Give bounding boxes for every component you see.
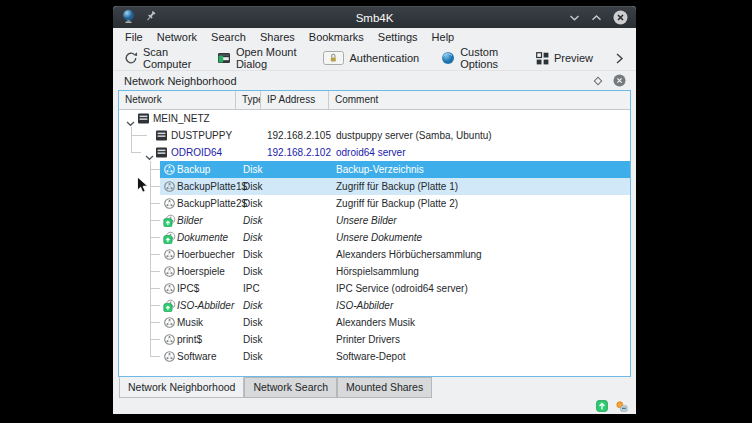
item-label: Dokumente — [177, 229, 228, 246]
cell-network: Bilder — [119, 212, 236, 229]
table-row-dokumente[interactable]: DokumenteDiskUnsere Dokumente — [119, 229, 630, 246]
toolbar-button-custom-options[interactable]: Custom Options — [441, 46, 514, 70]
cell-type: Disk — [236, 348, 261, 365]
cell-ip: 192.168.2.102 — [261, 144, 329, 161]
tree-line — [131, 135, 147, 136]
close-button[interactable] — [613, 10, 628, 25]
cell-comment: Unsere Dokumente — [329, 229, 630, 246]
tab-network-search[interactable]: Network Search — [244, 377, 337, 398]
tree-rows: MEIN_NETZDUSTPUPPY192.168.2.105dustpuppy… — [119, 110, 630, 365]
minimize-button[interactable] — [569, 14, 580, 22]
item-label: DUSTPUPPY — [171, 127, 232, 144]
table-row-ipcs[interactable]: IPC$IPCIPC Service (odroid64 server) — [119, 280, 630, 297]
mount-dialog-icon — [217, 51, 231, 65]
menu-item-bookmarks[interactable]: Bookmarks — [302, 31, 371, 43]
cell-type — [236, 110, 261, 127]
share-mounted-icon — [163, 214, 176, 227]
tab-mounted-shares[interactable]: Mounted Shares — [337, 377, 432, 398]
cell-ip — [261, 212, 329, 229]
share-icon — [163, 282, 176, 295]
table-row-backupplatte1s[interactable]: BackupPlatte1$DiskZugriff für Backup (Pl… — [119, 178, 630, 195]
toolbar-button-open-mount-dialog[interactable]: Open Mount Dialog — [217, 46, 302, 70]
smb4k-window: Smb4K FileNetworkSearchSharesBookmarksSe… — [113, 6, 636, 414]
dock-float-button[interactable] — [592, 75, 604, 87]
tree-line — [150, 203, 160, 204]
cell-type: Disk — [236, 263, 261, 280]
cell-type: Disk — [236, 314, 261, 331]
menu-item-help[interactable]: Help — [425, 31, 462, 43]
cell-comment: Alexanders Hörbüchersammlung — [329, 246, 630, 263]
cell-comment: Hörspielsammlung — [329, 263, 630, 280]
cell-network: ODROID64 — [119, 144, 236, 161]
smb4k-app-icon — [121, 9, 136, 26]
cell-network: Software — [119, 348, 236, 365]
table-row-backupplatte2s[interactable]: BackupPlatte2$DiskZugriff für Backup (Pl… — [119, 195, 630, 212]
cell-ip — [261, 178, 329, 195]
cell-comment: Zugriff für Backup (Platte 1) — [329, 178, 630, 195]
cell-type: IPC — [236, 280, 261, 297]
table-row-prints[interactable]: print$DiskPrinter Drivers — [119, 331, 630, 348]
toolbar-button-scan-computer[interactable]: Scan Computer — [124, 46, 195, 70]
custom-options-icon — [441, 51, 455, 65]
toolbar-overflow-icon[interactable] — [615, 52, 624, 65]
menubar: FileNetworkSearchSharesBookmarksSettings… — [113, 28, 636, 46]
refresh-icon — [124, 51, 138, 65]
share-icon — [163, 180, 176, 193]
item-label: Backup — [177, 161, 210, 178]
table-row-hoerbuecher[interactable]: HoerbuecherDiskAlexanders Hörbüchersamml… — [119, 246, 630, 263]
authentication-indicator-icon — [615, 400, 628, 413]
cell-network: Dokumente — [119, 229, 236, 246]
menu-item-file[interactable]: File — [118, 31, 150, 43]
cell-ip — [261, 348, 329, 365]
tree-line — [150, 254, 160, 255]
toolbar-button-label: Preview — [554, 52, 593, 64]
cell-type: Disk — [236, 212, 261, 229]
maximize-button[interactable] — [591, 14, 602, 22]
cell-type: Disk — [236, 161, 261, 178]
menu-item-shares[interactable]: Shares — [253, 31, 302, 43]
titlebar[interactable]: Smb4K — [113, 6, 636, 28]
table-row-musik[interactable]: MusikDiskAlexanders Musik — [119, 314, 630, 331]
workgroup-icon — [137, 112, 150, 125]
dock-close-button[interactable] — [613, 74, 626, 87]
item-label: MEIN_NETZ — [153, 110, 210, 127]
item-label: ISO-Abbilder — [177, 297, 234, 314]
server-icon — [155, 129, 168, 142]
cell-network: MEIN_NETZ — [119, 110, 236, 127]
menu-item-settings[interactable]: Settings — [371, 31, 425, 43]
cell-ip — [261, 229, 329, 246]
menu-item-network[interactable]: Network — [150, 31, 204, 43]
tree-line — [150, 288, 160, 289]
cell-network: Hoerspiele — [119, 263, 236, 280]
cell-network: IPC$ — [119, 280, 236, 297]
tree-line — [150, 339, 160, 340]
column-header-ip-address[interactable]: IP Address — [261, 91, 329, 109]
table-row-dustpuppy[interactable]: DUSTPUPPY192.168.2.105dustpuppy server (… — [119, 127, 630, 144]
table-row-hoerspiele[interactable]: HoerspieleDiskHörspielsammlung — [119, 263, 630, 280]
table-row-mein-netz[interactable]: MEIN_NETZ — [119, 110, 630, 127]
cell-type: Disk — [236, 297, 261, 314]
cell-comment — [329, 110, 630, 127]
cell-network: print$ — [119, 331, 236, 348]
column-header-comment[interactable]: Comment — [329, 91, 630, 109]
cell-comment: Alexanders Musik — [329, 314, 630, 331]
pin-icon[interactable] — [144, 10, 157, 25]
toolbar-button-preview[interactable]: Preview — [536, 52, 593, 65]
table-row-iso-abbilder[interactable]: ISO-AbbilderDiskISO-Abbilder — [119, 297, 630, 314]
tab-network-neighborhood[interactable]: Network Neighborhood — [119, 377, 244, 398]
share-icon — [163, 197, 176, 210]
menu-item-search[interactable]: Search — [204, 31, 253, 43]
lock-icon — [323, 51, 344, 65]
table-row-software[interactable]: SoftwareDiskSoftware-Depot — [119, 348, 630, 365]
share-icon — [163, 163, 176, 176]
table-row-backup[interactable]: BackupDiskBackup-Verzeichnis — [119, 161, 630, 178]
share-icon — [163, 333, 176, 346]
cell-comment: Software-Depot — [329, 348, 630, 365]
column-header-network[interactable]: Network — [119, 91, 236, 109]
table-row-bilder[interactable]: BilderDiskUnsere Bilder — [119, 212, 630, 229]
column-header-type[interactable]: Type — [236, 91, 261, 109]
toolbar-button-authentication[interactable]: Authentication — [323, 51, 419, 65]
table-row-odroid64[interactable]: ODROID64192.168.2.102odroid64 server — [119, 144, 630, 161]
cell-type: Disk — [236, 331, 261, 348]
cell-network: DUSTPUPPY — [119, 127, 236, 144]
